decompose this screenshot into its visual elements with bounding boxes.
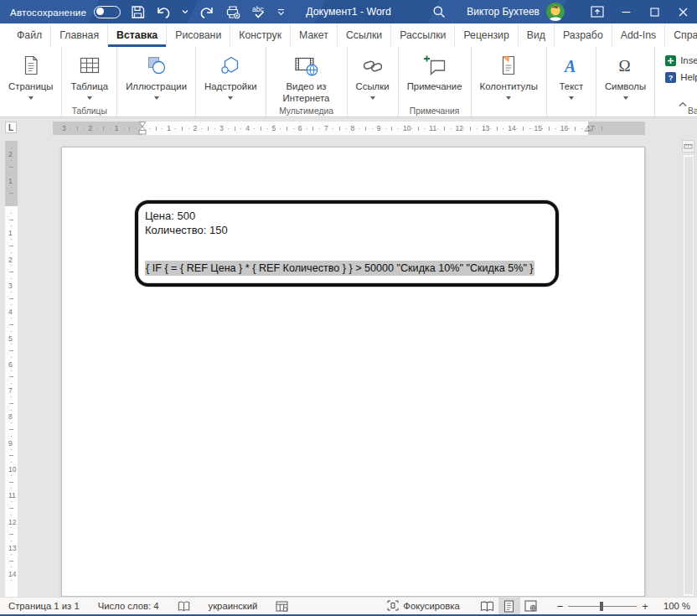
ruler-tick: [11, 265, 12, 266]
links-button[interactable]: Ссылки: [353, 49, 393, 101]
doc-line-quantity[interactable]: Количество: 150: [145, 223, 549, 237]
tab-draw[interactable]: Рисовани: [167, 23, 230, 47]
tab-home[interactable]: Главная: [51, 23, 108, 47]
tab-insert[interactable]: Вставка: [108, 23, 167, 47]
undo-icon[interactable]: [154, 3, 173, 21]
links-label: Ссылки: [356, 81, 390, 93]
field-code[interactable]: { IF { = { REF Цена } * { REF Количество…: [145, 261, 534, 276]
language-indicator[interactable]: украинский: [207, 598, 260, 614]
pages-button[interactable]: Страницы: [5, 49, 56, 101]
text-button[interactable]: AТекст: [552, 49, 591, 101]
maximize-button[interactable]: [640, 0, 669, 23]
minimize-button[interactable]: [612, 0, 640, 23]
ruler-number: 4: [245, 124, 250, 132]
tab-help[interactable]: Справка: [665, 23, 697, 47]
focus-button[interactable]: Фокусировка: [385, 598, 461, 614]
tab-developer[interactable]: Разрабо: [555, 23, 612, 47]
web-layout-icon[interactable]: [520, 598, 542, 614]
ruler-tick: [11, 199, 12, 200]
ruler-tick: [312, 127, 313, 131]
page-indicator[interactable]: Страница 1 из 1: [7, 598, 81, 614]
illustrations-button[interactable]: Иллюстрации: [122, 49, 190, 101]
tab-layout[interactable]: Макет: [291, 23, 338, 47]
tab-review[interactable]: Рецензир: [455, 23, 518, 47]
table-button[interactable]: Таблица: [67, 49, 111, 101]
v-ruler[interactable]: 121234567891011121314: [5, 141, 18, 597]
indent-markers-icon[interactable]: [138, 122, 147, 138]
spelling-icon[interactable]: abc: [250, 3, 268, 21]
ruler-tick: [11, 515, 12, 515]
macro-record-icon[interactable]: [274, 598, 290, 614]
read-mode-icon[interactable]: [477, 598, 498, 614]
ruler-number: 14: [508, 124, 515, 132]
tab-stop-selector[interactable]: L: [5, 122, 17, 133]
tab-design[interactable]: Конструк: [230, 23, 291, 47]
table-icon: [79, 50, 101, 80]
field-code-line[interactable]: { IF { = { REF Цена } * { REF Количество…: [145, 261, 549, 276]
addin-icon: [219, 50, 241, 80]
callout-annotation: Цена: 500 Количество: 150 { IF { = { REF…: [135, 200, 559, 287]
vertical-scrollbar[interactable]: [683, 154, 694, 597]
ruler-tick: [490, 128, 491, 129]
chevron-down-icon: [370, 96, 375, 100]
close-button[interactable]: [669, 0, 697, 23]
search-icon[interactable]: [426, 3, 452, 21]
ruler-tick: [555, 128, 556, 129]
zoom-level[interactable]: 100 %: [663, 601, 690, 611]
chevron-down-icon: [569, 96, 574, 100]
insert-barcode-button[interactable]: Insert Barcode: [665, 54, 697, 67]
ruler-tick: [437, 128, 438, 129]
collapse-ribbon-icon[interactable]: [679, 96, 687, 111]
barcode-help-button[interactable]: ?Help: [665, 71, 697, 84]
save-icon[interactable]: [128, 3, 147, 21]
status-right: Фокусировка − + 100 %: [385, 598, 690, 614]
tab-references[interactable]: Ссылки: [338, 23, 391, 47]
online-video-button[interactable]: Видео из Интернета: [271, 49, 342, 105]
ruler-tick: [261, 127, 261, 131]
ruler-tick: [235, 127, 235, 131]
proofing-book-icon[interactable]: [176, 598, 192, 614]
avatar[interactable]: [546, 3, 565, 21]
print-layout-icon[interactable]: [498, 598, 520, 614]
word-count[interactable]: Число слов: 4: [96, 598, 161, 614]
undo-dropdown-icon[interactable]: [180, 3, 190, 21]
header-footer-button[interactable]: Колонтитулы: [477, 49, 541, 101]
addins-button[interactable]: Надстройки: [201, 49, 261, 101]
ruler-number: 2: [8, 150, 13, 158]
comment-button[interactable]: Примечание: [404, 49, 466, 94]
zoom-out-icon[interactable]: −: [557, 601, 564, 612]
ruler-tick: [11, 475, 12, 476]
ruler-tick: [9, 403, 13, 404]
ruler-number: 1: [115, 124, 119, 132]
ribbon: СтраницыТаблицаТаблицыИллюстрацииНадстро…: [0, 47, 697, 117]
tab-add-ins[interactable]: Add-Ins: [612, 23, 665, 47]
autosave-toggle[interactable]: [94, 6, 121, 18]
ruler-tick: [9, 482, 13, 483]
ribbon-display-options-icon[interactable]: [583, 0, 612, 23]
ribbon-groups: СтраницыТаблицаТаблицыИллюстрацииНадстро…: [0, 47, 697, 116]
page[interactable]: Цена: 500 Количество: 150 { IF { = { REF…: [61, 147, 645, 597]
customize-qat-icon[interactable]: [276, 3, 286, 21]
zoom-in-icon[interactable]: +: [642, 601, 648, 612]
doc-line-price[interactable]: Цена: 500: [145, 209, 549, 223]
scrollbar-thumb[interactable]: [684, 157, 693, 594]
user-name[interactable]: Виктор Бухтеев: [467, 6, 540, 18]
h-ruler[interactable]: 1231234567891011121314151617: [53, 122, 645, 135]
ruler-tick: [601, 127, 602, 131]
ruler-tick: [9, 298, 13, 299]
symbols-button[interactable]: ΩСимволы: [601, 49, 649, 101]
ruler-tick: [11, 292, 12, 292]
text-label: Текст: [560, 81, 584, 93]
tab-view[interactable]: Вид: [519, 23, 555, 47]
tab-mailings[interactable]: Рассылки: [391, 23, 455, 47]
toggle-ruler-icon[interactable]: [682, 140, 694, 153]
quick-print-icon[interactable]: [224, 3, 242, 21]
tab-file[interactable]: Файл: [8, 23, 51, 47]
zoom-slider[interactable]: [568, 606, 637, 607]
ruler-number: 11: [8, 491, 16, 500]
redo-icon[interactable]: [198, 3, 216, 21]
ruler-tick: [470, 127, 471, 131]
zoom-slider-thumb[interactable]: [600, 602, 603, 611]
ruler-tick: [398, 128, 399, 129]
ruler-tick: [110, 128, 111, 129]
